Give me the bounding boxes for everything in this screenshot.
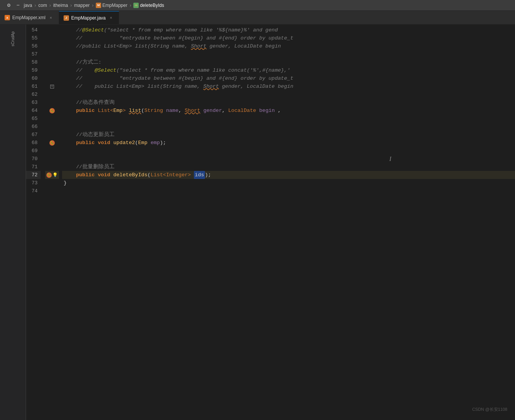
code-line-58: //方式二: xyxy=(62,58,515,66)
tab-xml-label: EmpMapper.xml xyxy=(12,15,46,20)
code-line-67: //动态更新员工 xyxy=(62,131,515,139)
code-line-60: // "entrydate between #{begin} and #{end… xyxy=(62,74,515,82)
code-editor[interactable]: //@Select("select * from emp where name … xyxy=(59,25,515,420)
breadcrumb-itheima[interactable]: itheima xyxy=(53,3,68,8)
xml-icon: X xyxy=(5,15,10,20)
editor-container: sCrudAp 54 55 56 57 58 59 60 61 62 63 64… xyxy=(0,25,515,420)
java-icon: J xyxy=(64,15,69,21)
bulb-icon-72[interactable]: 💡 xyxy=(52,172,58,177)
line-numbers: 54 55 56 57 58 59 60 61 62 63 64 65 66 6… xyxy=(26,25,45,420)
code-line-64: public List<Emp> list(String name, Short… xyxy=(62,107,515,115)
code-line-62 xyxy=(62,90,515,98)
breadcrumb-bar: ⚙ − java › com › itheima › mapper › M Em… xyxy=(0,0,515,11)
code-line-72: public void deleteByIds(List<Integer> id… xyxy=(62,171,515,179)
sidebar-label: sCrudAp xyxy=(11,31,15,46)
code-line-73: } xyxy=(62,179,515,187)
code-line-68: public void update2(Emp emp); xyxy=(62,139,515,147)
fold-icon-61[interactable]: ▽ xyxy=(50,85,54,89)
code-line-63: //动态条件查询 xyxy=(62,98,515,107)
method-icon: m xyxy=(133,3,139,8)
code-line-69 xyxy=(62,147,515,155)
code-line-56: //public List<Emp> list(String name, Sho… xyxy=(62,42,515,50)
code-line-55: // "entrydate between #{begin} and #{end… xyxy=(62,34,515,42)
breadcrumb-deletebyids[interactable]: deleteByIds xyxy=(140,3,164,8)
tab-empmapper-java[interactable]: J EmpMapper.java × xyxy=(59,11,119,24)
left-sidebar: sCrudAp xyxy=(0,25,26,420)
tab-xml-close[interactable]: × xyxy=(48,15,54,21)
breadcrumb-com[interactable]: com xyxy=(38,3,47,8)
code-line-59: // @Select("select * from emp where name… xyxy=(62,66,515,74)
breadcrumb-mapper[interactable]: mapper xyxy=(74,3,90,8)
code-line-57 xyxy=(62,50,515,58)
tabs-bar: X EmpMapper.xml × J EmpMapper.java × xyxy=(0,11,515,25)
debug-icon-64[interactable]: 🐛 xyxy=(49,108,55,113)
tab-empmapper-xml[interactable]: X EmpMapper.xml × xyxy=(0,11,59,24)
code-line-70: I xyxy=(62,155,515,163)
minus-button[interactable]: − xyxy=(14,1,22,10)
code-line-66 xyxy=(62,123,515,131)
breadcrumb-java[interactable]: java xyxy=(24,3,32,8)
code-line-74 xyxy=(62,187,515,195)
debug-icon-72[interactable]: 🐛 xyxy=(46,172,52,178)
code-line-71: //批量删除员工 xyxy=(62,163,515,171)
code-line-61: // public List<Emp> list(String name, Sh… xyxy=(62,82,515,90)
tab-java-label: EmpMapper.java xyxy=(71,15,106,21)
code-line-54: //@Select("select * from emp where name … xyxy=(62,26,515,34)
tab-java-close[interactable]: × xyxy=(108,15,114,21)
watermark: CSDN @长安1108 xyxy=(472,407,507,412)
breadcrumb: java › com › itheima › mapper › M EmpMap… xyxy=(24,3,164,8)
code-line-65 xyxy=(62,115,515,123)
breadcrumb-empmapper[interactable]: EmpMapper xyxy=(102,3,127,8)
gear-button[interactable]: ⚙ xyxy=(5,1,13,10)
debug-icon-68[interactable]: 🐛 xyxy=(49,140,55,146)
mapper-icon: M xyxy=(96,3,101,8)
line-icons-column: ▽ 🐛 🐛 🐛 💡 xyxy=(45,25,59,420)
